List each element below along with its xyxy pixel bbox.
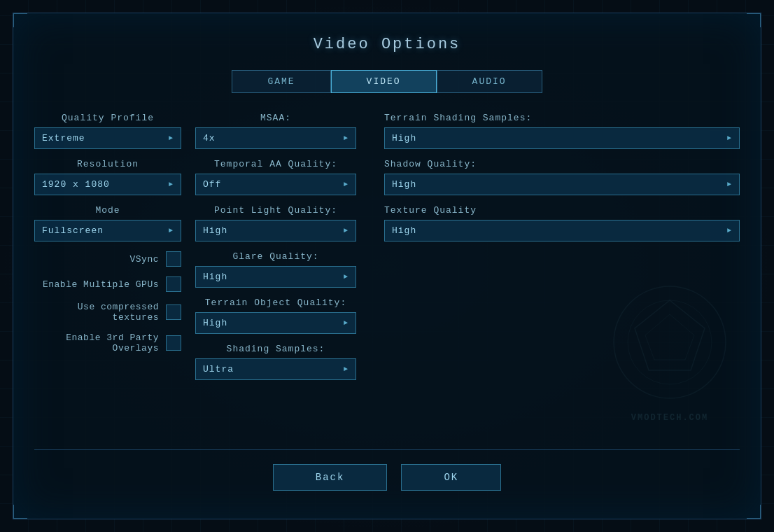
texture-quality-label: Texture Quality	[384, 205, 740, 216]
vsync-label: VSync	[129, 254, 159, 265]
texture-quality-dropdown[interactable]: High ►	[384, 220, 740, 241]
terrain-shading-section: Terrain Shading Samples: High ►	[384, 113, 740, 149]
terrain-shading-value: High	[392, 133, 416, 144]
shading-samples-arrow: ►	[344, 365, 349, 373]
watermark-area: VMODTECH.COM	[607, 279, 733, 405]
watermark-emblem	[607, 279, 733, 405]
terrain-shading-dropdown[interactable]: High ►	[384, 127, 740, 149]
msaa-arrow: ►	[344, 134, 349, 142]
main-panel: Video Options GAME VIDEO AUDIO Quality P…	[13, 13, 761, 519]
quality-profile-arrow: ►	[169, 134, 174, 142]
glare-label: Glare Quality:	[195, 251, 356, 262]
mode-arrow: ►	[169, 227, 174, 234]
shadow-quality-value: High	[392, 179, 416, 190]
temporal-aa-label: Temporal AA Quality:	[195, 159, 356, 169]
point-light-value: High	[203, 225, 227, 236]
terrain-object-dropdown[interactable]: High ►	[195, 312, 356, 334]
point-light-arrow: ►	[344, 227, 349, 234]
terrain-object-label: Terrain Object Quality:	[195, 298, 356, 308]
third-party-checkbox[interactable]	[166, 335, 181, 351]
compressed-textures-row: Use compressed textures	[34, 302, 181, 323]
back-button[interactable]: Back	[273, 464, 388, 491]
mid-column: MSAA: 4x ► Temporal AA Quality: Off ► Po…	[195, 113, 356, 390]
multiple-gpus-checkbox[interactable]	[166, 276, 181, 292]
corner-decoration-bl	[13, 505, 27, 519]
quality-profile-label: Quality Profile	[34, 113, 181, 123]
resolution-dropdown[interactable]: 1920 x 1080 ►	[34, 174, 181, 195]
left-column: Quality Profile Extreme ► Resolution 192…	[34, 113, 181, 390]
content-area: Quality Profile Extreme ► Resolution 192…	[13, 113, 761, 390]
terrain-object-arrow: ►	[344, 319, 349, 327]
texture-quality-value: High	[392, 225, 416, 236]
tab-bar: GAME VIDEO AUDIO	[13, 70, 761, 93]
right-column: Terrain Shading Samples: High ► Shadow Q…	[370, 113, 740, 390]
ok-button[interactable]: OK	[401, 464, 501, 491]
corner-decoration-tr	[747, 13, 761, 27]
resolution-value: 1920 x 1080	[42, 179, 110, 190]
msaa-dropdown[interactable]: 4x ►	[195, 127, 356, 149]
shading-samples-dropdown[interactable]: Ultra ►	[195, 358, 356, 380]
glare-dropdown[interactable]: High ►	[195, 266, 356, 288]
third-party-row: Enable 3rd Party Overlays	[34, 332, 181, 354]
temporal-aa-dropdown[interactable]: Off ►	[195, 174, 356, 195]
terrain-object-value: High	[203, 318, 227, 328]
vsync-checkbox[interactable]	[166, 251, 181, 267]
multiple-gpus-label: Enable Multiple GPUs	[43, 279, 159, 290]
third-party-label: Enable 3rd Party Overlays	[34, 332, 159, 354]
shading-samples-value: Ultra	[203, 364, 234, 374]
page-title: Video Options	[13, 36, 761, 53]
shadow-quality-dropdown[interactable]: High ►	[384, 174, 740, 195]
resolution-arrow: ►	[169, 181, 174, 188]
multiple-gpus-row: Enable Multiple GPUs	[34, 276, 181, 292]
watermark-text: VMODTECH.COM	[631, 413, 708, 423]
quality-profile-dropdown[interactable]: Extreme ►	[34, 127, 181, 149]
texture-quality-arrow: ►	[727, 227, 732, 234]
msaa-value: 4x	[203, 133, 216, 144]
msaa-label: MSAA:	[195, 113, 356, 123]
shadow-quality-arrow: ►	[727, 181, 732, 188]
tab-game[interactable]: GAME	[232, 70, 330, 93]
point-light-dropdown[interactable]: High ►	[195, 220, 356, 241]
corner-decoration-tl	[13, 13, 27, 27]
bottom-buttons: Back OK	[13, 464, 761, 491]
mode-label: Mode	[34, 205, 181, 216]
compressed-textures-checkbox[interactable]	[166, 304, 181, 320]
tab-audio[interactable]: AUDIO	[437, 70, 542, 93]
temporal-aa-value: Off	[203, 179, 221, 190]
terrain-shading-label: Terrain Shading Samples:	[384, 113, 740, 123]
shading-samples-label: Shading Samples:	[195, 344, 356, 354]
bottom-divider	[34, 449, 740, 450]
quality-profile-value: Extreme	[42, 133, 85, 144]
mode-dropdown[interactable]: Fullscreen ►	[34, 220, 181, 241]
glare-value: High	[203, 272, 227, 282]
mode-value: Fullscreen	[42, 225, 104, 236]
resolution-label: Resolution	[34, 159, 181, 169]
point-light-label: Point Light Quality:	[195, 205, 356, 216]
temporal-aa-arrow: ►	[344, 181, 349, 188]
tab-video[interactable]: VIDEO	[331, 70, 437, 93]
corner-decoration-br	[747, 505, 761, 519]
compressed-textures-label: Use compressed textures	[34, 302, 159, 323]
shadow-quality-label: Shadow Quality:	[384, 159, 740, 169]
glare-arrow: ►	[344, 273, 349, 281]
terrain-shading-arrow: ►	[727, 134, 732, 142]
vsync-row: VSync	[34, 251, 181, 267]
